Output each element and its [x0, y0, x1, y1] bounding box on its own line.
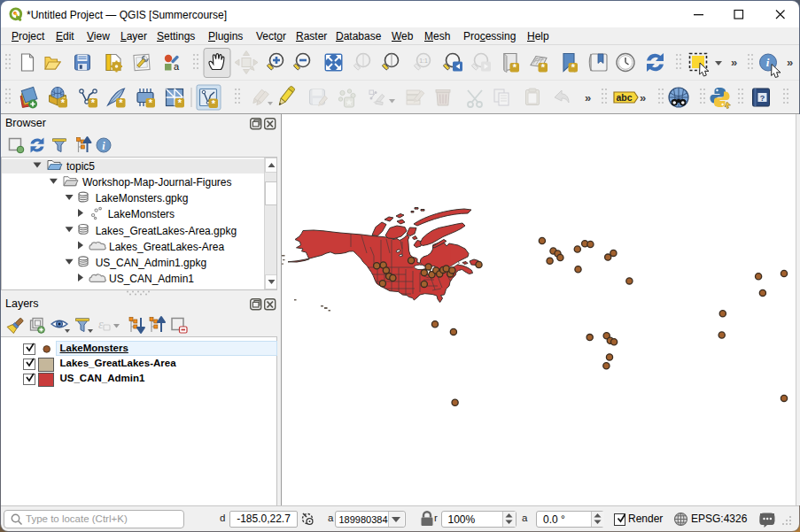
svg-text:a: a: [174, 61, 180, 72]
svg-text:?: ?: [760, 94, 765, 103]
svg-text:abc: abc: [617, 92, 633, 103]
svg-text:»: »: [585, 91, 591, 104]
svg-text:1:1: 1:1: [419, 58, 428, 64]
svg-text:i: i: [766, 56, 770, 69]
svg-text:»: »: [731, 56, 737, 69]
svg-text:»: »: [787, 56, 793, 69]
svg-text:»: »: [640, 91, 646, 104]
svg-text:ε: ε: [98, 318, 104, 331]
